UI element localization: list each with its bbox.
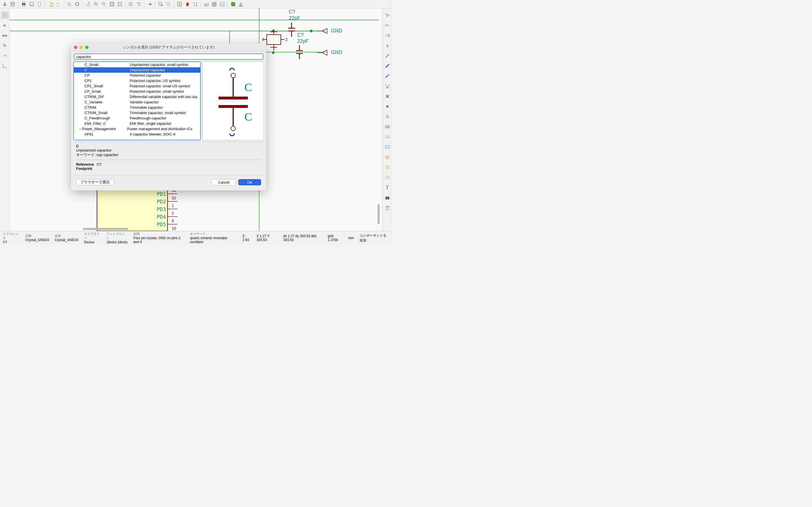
trash-icon[interactable] [384, 204, 391, 212]
rotate-icon[interactable] [85, 1, 92, 8]
camera-icon[interactable] [384, 194, 391, 202]
svg-text:PD1: PD1 [157, 191, 166, 197]
import-hier-icon[interactable]: A [384, 153, 391, 161]
hier-label-icon[interactable]: A [384, 133, 391, 141]
text-icon[interactable]: T [384, 184, 391, 191]
svg-point-55 [387, 197, 388, 199]
back-icon[interactable]: BACK [238, 1, 245, 8]
print-icon[interactable] [20, 1, 28, 8]
wire-icon[interactable] [384, 52, 391, 60]
netlabel-icon[interactable] [384, 82, 391, 90]
gnd2: GND [331, 50, 342, 55]
bus-entry-icon[interactable] [384, 72, 391, 80]
tree-icon[interactable] [127, 1, 135, 8]
undo-icon[interactable] [47, 1, 54, 8]
list-item[interactable]: EMI_Filter_CEMI filter, single capacitor [74, 121, 200, 126]
browser-button[interactable]: ブラウザーで選択 [76, 179, 114, 185]
maximize-icon[interactable] [85, 46, 89, 49]
add-sym-icon[interactable] [384, 32, 391, 40]
bug-icon[interactable] [184, 1, 191, 8]
svg-rect-0 [11, 2, 14, 6]
c2-ref: C? [297, 32, 304, 38]
origin-icon[interactable] [1, 62, 9, 70]
list-item[interactable]: C_FeedthroughFeedthrough capacitor [74, 115, 200, 121]
arrow-icon[interactable] [384, 11, 391, 19]
list-item[interactable]: CP1Polarized capacitor, US symbol [74, 78, 200, 83]
cancel-button[interactable]: Cancel [212, 179, 236, 185]
gnd-icon[interactable] [384, 42, 391, 50]
search-input[interactable] [74, 54, 263, 60]
c1-ref: C? [289, 9, 295, 15]
svg-point-22 [194, 3, 195, 4]
svg-rect-53 [386, 176, 389, 179]
svg-point-33 [3, 13, 3, 14]
pcb-icon[interactable] [230, 1, 237, 8]
global-label-icon[interactable]: A [384, 123, 391, 131]
hier-icon[interactable] [135, 1, 142, 8]
zoom-in-icon[interactable] [93, 1, 100, 8]
hier-pin-icon[interactable] [384, 21, 391, 29]
v-scrollbar[interactable] [377, 204, 380, 224]
list-item[interactable]: CP_SmallPolarized capacitor, small symbo… [74, 89, 200, 94]
svg-point-39 [3, 17, 3, 17]
close-icon[interactable] [74, 46, 77, 49]
list-item[interactable]: CTRIM_DIFDifferential variable capacitor… [74, 94, 200, 100]
sheet-pin-icon[interactable] [384, 143, 391, 151]
download-icon[interactable] [1, 1, 8, 8]
find-icon[interactable] [165, 1, 172, 8]
grid-icon[interactable] [1, 11, 9, 19]
inches-icon[interactable]: in [1, 21, 9, 29]
bus-icon[interactable] [384, 62, 391, 70]
svg-text:2: 2 [172, 211, 174, 216]
label-icon[interactable]: A [384, 113, 391, 121]
c1-val: 22pF [289, 15, 300, 21]
minimize-icon[interactable] [80, 46, 83, 49]
svg-text:C: C [245, 81, 252, 94]
list-item[interactable]: C_SmallUnpolarized capacitor, small symb… [74, 62, 200, 67]
h-scrollbar[interactable] [83, 228, 128, 230]
svg-text:PD5: PD5 [157, 221, 166, 227]
zoom-area-icon[interactable] [66, 1, 73, 8]
svg-point-64 [272, 52, 274, 54]
sheet-icon[interactable] [9, 1, 16, 8]
list-item[interactable]: C_VariableVariable capacitor [74, 100, 200, 105]
dialog-titlebar[interactable]: シンボルを選択 (16357 アイテムがロードされています) [71, 43, 266, 51]
list-item[interactable]: CTRIM_SmallTrimmable capacitor, small sy… [74, 110, 200, 115]
edit-icon[interactable] [176, 1, 183, 8]
bom-icon[interactable]: BOM [218, 1, 226, 8]
page-icon[interactable] [36, 1, 43, 8]
list-item[interactable]: Power_ManagementPower management and dis… [74, 126, 200, 131]
grid-tbl-icon[interactable] [211, 1, 218, 8]
svg-rect-107 [218, 105, 248, 108]
dashed-icon[interactable] [384, 173, 391, 181]
prefs-icon[interactable] [192, 1, 199, 8]
svg-text:PD3: PD3 [157, 206, 166, 212]
find-sym-icon[interactable] [157, 1, 164, 8]
svg-point-9 [110, 3, 113, 6]
zoom-out-icon[interactable] [100, 1, 108, 8]
refresh-icon[interactable] [73, 1, 81, 8]
list-item[interactable]: CPPolarized capacitor [74, 73, 200, 78]
noconnect-icon[interactable] [384, 93, 391, 100]
redo-icon[interactable] [55, 1, 62, 8]
zoom-sel-icon[interactable] [116, 1, 123, 8]
junction-icon[interactable] [384, 103, 391, 110]
list-item[interactable]: CUnpolarized capacitor [74, 67, 200, 73]
ok-button[interactable]: OK [238, 179, 261, 185]
svg-point-15 [137, 3, 137, 3]
left-toolbar: in mm [0, 8, 10, 231]
cursor-icon[interactable] [1, 42, 9, 50]
plot-icon[interactable] [28, 1, 35, 8]
list-item[interactable]: CTRIMTrimmable capacitor [74, 105, 200, 110]
svg-text:A: A [386, 126, 388, 128]
hier-sheet-icon[interactable]: DA [384, 163, 391, 171]
pin-icon[interactable] [1, 52, 9, 60]
net-icon[interactable]: NET [203, 1, 210, 8]
zoom-fit-icon[interactable] [108, 1, 116, 8]
symbol-chooser-dialog: シンボルを選択 (16357 アイテムがロードされています) C_SmallUn… [71, 43, 266, 190]
mm-icon[interactable]: mm [1, 32, 9, 40]
list-item[interactable]: HF81X capacitor bleeder, SOIC-8 [74, 131, 200, 137]
list-item[interactable]: CP1_SmallPolarized capacitor, small US s… [74, 83, 200, 89]
run-icon[interactable] [146, 1, 153, 8]
symbol-list[interactable]: C_SmallUnpolarized capacitor, small symb… [73, 61, 201, 140]
